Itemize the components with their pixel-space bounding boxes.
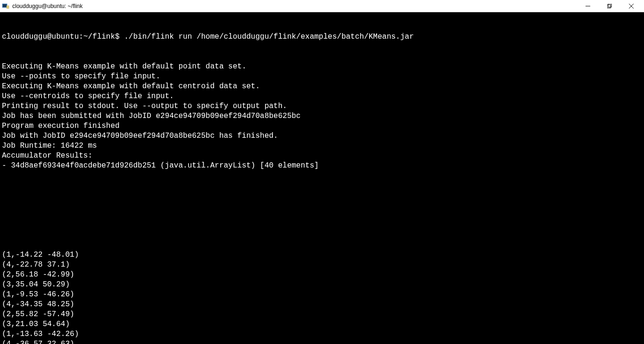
svg-rect-7 bbox=[608, 4, 611, 7]
output-line: Use --points to specify file input. bbox=[2, 72, 642, 82]
close-button[interactable] bbox=[620, 0, 642, 12]
data-point-line: (4,-36.57 32.63) bbox=[2, 339, 642, 344]
data-point-line: (2,56.18 -42.99) bbox=[2, 270, 642, 280]
output-line: Job has been submitted with JobID e294ce… bbox=[2, 111, 642, 121]
output-line: Printing result to stdout. Use --output … bbox=[2, 101, 642, 111]
output-line: Accumulator Results: bbox=[2, 151, 642, 161]
terminal-area[interactable]: cloudduggu@ubuntu:~/flink$ ./bin/flink r… bbox=[0, 12, 644, 344]
blank-line bbox=[2, 191, 642, 201]
data-point-line: (4,-22.78 37.1) bbox=[2, 260, 642, 270]
output-line: Job with JobID e294ce94709b09eef294d70a8… bbox=[2, 131, 642, 141]
data-point-line: (3,21.03 54.64) bbox=[2, 319, 642, 329]
maximize-button[interactable] bbox=[599, 0, 620, 12]
output-container: Executing K-Means example with default p… bbox=[2, 62, 642, 171]
svg-rect-6 bbox=[607, 5, 611, 8]
data-point-line: (3,35.04 50.29) bbox=[2, 280, 642, 290]
data-point-line: (4,-34.35 48.25) bbox=[2, 300, 642, 310]
prompt-text: cloudduggu@ubuntu:~/flink$ bbox=[2, 33, 124, 41]
data-points-container: (1,-14.22 -48.01)(4,-22.78 37.1)(2,56.18… bbox=[2, 250, 642, 344]
window-controls bbox=[577, 0, 642, 12]
data-point-line: (1,-14.22 -48.01) bbox=[2, 250, 642, 260]
svg-rect-1 bbox=[3, 4, 7, 7]
data-point-line: (1,-9.53 -46.26) bbox=[2, 290, 642, 300]
minimize-button[interactable] bbox=[577, 0, 599, 12]
output-line: Use --centroids to specify file input. bbox=[2, 92, 642, 101]
data-point-line: (2,55.82 -57.49) bbox=[2, 310, 642, 319]
putty-icon bbox=[2, 2, 9, 10]
svg-rect-2 bbox=[7, 6, 9, 8]
output-line: - 34d8aef6934e4f0acdebe71d926db251 (java… bbox=[2, 161, 642, 171]
window-title: cloudduggu@ubuntu: ~/flink bbox=[12, 3, 577, 9]
output-line: Program execution finished bbox=[2, 121, 642, 131]
data-point-line: (1,-13.63 -42.26) bbox=[2, 329, 642, 339]
titlebar: cloudduggu@ubuntu: ~/flink bbox=[0, 0, 644, 12]
command-line: cloudduggu@ubuntu:~/flink$ ./bin/flink r… bbox=[2, 32, 642, 42]
command-text: ./bin/flink run /home/cloudduggu/flink/e… bbox=[124, 33, 414, 41]
blank-line bbox=[2, 220, 642, 230]
output-line: Executing K-Means example with default p… bbox=[2, 62, 642, 72]
output-line: Executing K-Means example with default c… bbox=[2, 82, 642, 92]
output-line: Job Runtime: 16422 ms bbox=[2, 141, 642, 151]
